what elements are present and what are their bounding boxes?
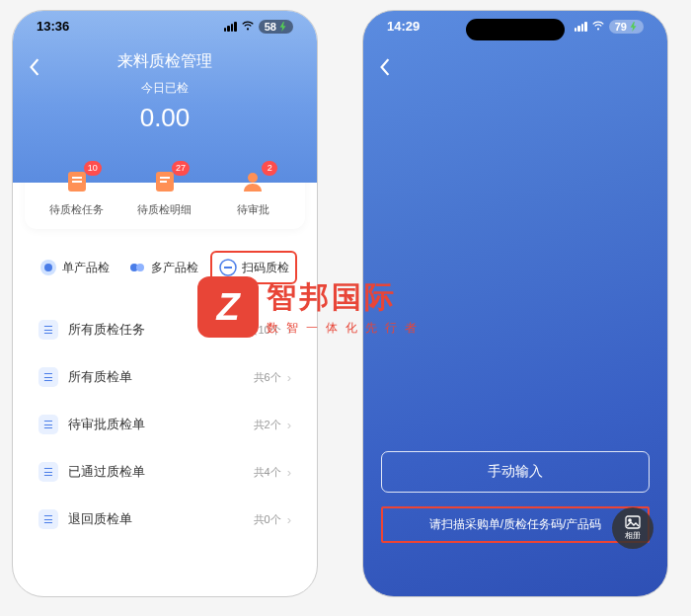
status-time: 13:36 <box>37 19 69 34</box>
list-item-all-orders[interactable]: ☰ 所有质检单 共6个 › <box>25 353 305 401</box>
status-indicators: 58 <box>224 20 293 34</box>
chevron-right-icon: › <box>287 512 291 527</box>
list-item-passed[interactable]: ☰ 已通过质检单 共4个 › <box>25 448 305 496</box>
summary-pending-approval[interactable]: 2 待审批 <box>209 167 297 217</box>
phone-left: 13:36 58 来料质检管理 今日已检 0.00 10 待质检任务 27 待质… <box>12 10 318 597</box>
chevron-right-icon: › <box>287 323 291 338</box>
list-icon: ☰ <box>38 320 58 340</box>
image-icon <box>625 515 641 529</box>
status-indicators: 79 <box>575 20 644 34</box>
back-icon[interactable] <box>379 58 391 76</box>
dynamic-island <box>466 19 565 40</box>
list-icon: ☰ <box>38 462 58 482</box>
tab-multi-product[interactable]: 多产品检 <box>121 251 204 284</box>
wifi-icon <box>591 21 605 32</box>
list-item-all-tasks[interactable]: ☰ 所有质检任务 共10个 › <box>25 306 305 353</box>
svg-point-14 <box>629 519 631 521</box>
svg-rect-13 <box>626 516 640 528</box>
phone-right: 14:29 79 手动输入 请扫描采购单/质检任务码/产品码 相册 <box>362 10 668 597</box>
back-icon[interactable] <box>29 58 40 76</box>
battery-indicator: 58 <box>259 20 293 34</box>
page-subtitle: 今日已检 <box>13 80 317 97</box>
summary-pending-tasks[interactable]: 10 待质检任务 <box>33 167 120 217</box>
svg-rect-12 <box>224 267 232 269</box>
svg-rect-4 <box>160 177 170 179</box>
list-icon: ☰ <box>38 367 58 387</box>
list-icon: ☰ <box>38 509 58 529</box>
summary-pending-details[interactable]: 27 待质检明细 <box>120 167 208 217</box>
album-button[interactable]: 相册 <box>612 507 653 549</box>
battery-indicator: 79 <box>609 20 644 34</box>
page-header: 13:36 58 来料质检管理 今日已检 0.00 <box>13 11 317 183</box>
signal-icon <box>575 22 587 32</box>
svg-point-8 <box>44 264 52 271</box>
svg-rect-2 <box>72 181 82 183</box>
tab-scan-code[interactable]: 扫码质检 <box>210 251 297 284</box>
svg-rect-1 <box>72 177 82 179</box>
manual-input-button[interactable]: 手动输入 <box>381 451 650 493</box>
status-bar: 13:36 58 <box>13 11 317 38</box>
status-time: 14:29 <box>387 19 420 34</box>
scan-hint: 请扫描采购单/质检任务码/产品码 <box>381 506 650 543</box>
chevron-right-icon: › <box>287 370 291 385</box>
svg-rect-5 <box>160 181 167 183</box>
chevron-right-icon: › <box>287 465 291 480</box>
wifi-icon <box>241 21 255 32</box>
svg-point-10 <box>136 264 144 271</box>
inspection-tabs: 单产品检 多产品检 扫码质检 <box>25 239 305 296</box>
task-list: ☰ 所有质检任务 共10个 › ☰ 所有质检单 共6个 › ☰ 待审批质检单 共… <box>25 306 305 543</box>
list-icon: ☰ <box>38 415 58 434</box>
chevron-right-icon: › <box>287 418 291 432</box>
today-count: 0.00 <box>13 103 317 133</box>
tab-single-product[interactable]: 单产品检 <box>33 251 115 284</box>
svg-point-6 <box>248 173 258 183</box>
list-item-pending-approval[interactable]: ☰ 待审批质检单 共2个 › <box>25 401 305 448</box>
page-title: 来料质检管理 <box>13 38 317 72</box>
signal-icon <box>224 22 237 32</box>
list-item-rejected[interactable]: ☰ 退回质检单 共0个 › <box>25 496 305 543</box>
